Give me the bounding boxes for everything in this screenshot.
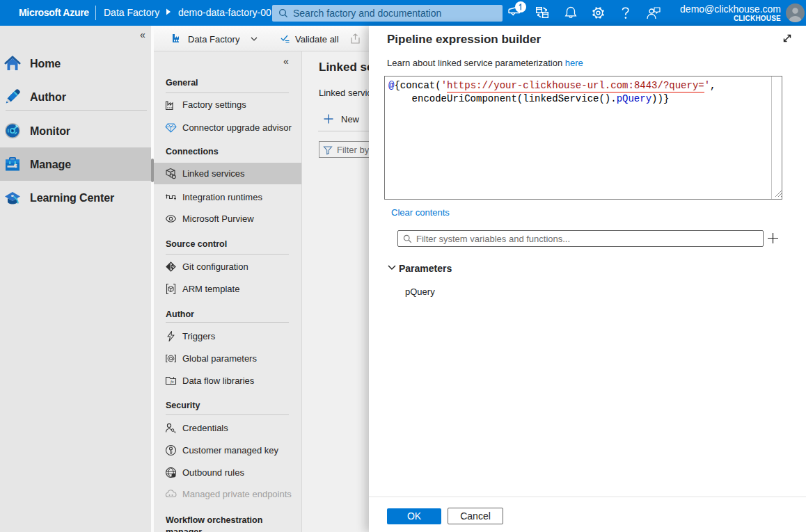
- svg-text:fx: fx: [171, 379, 174, 384]
